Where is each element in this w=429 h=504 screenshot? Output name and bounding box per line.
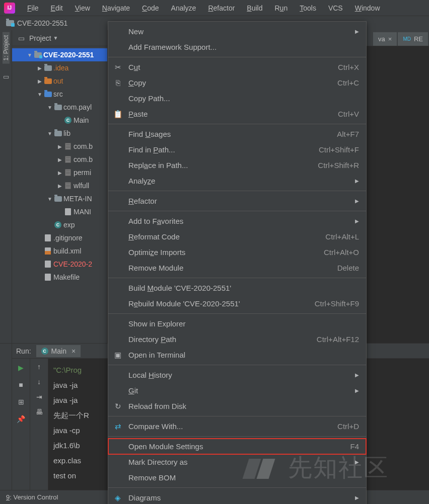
menu-window[interactable]: Window: [349, 2, 386, 14]
project-view-selector[interactable]: Project ▼: [29, 34, 58, 42]
menu-vcs[interactable]: VCS: [322, 2, 349, 14]
menu-find-usages[interactable]: Find UsagesAlt+F7: [108, 126, 366, 142]
class-icon: C: [54, 221, 61, 228]
separator: [108, 211, 366, 211]
run-tab[interactable]: CMain×: [36, 345, 81, 357]
separator: [108, 436, 366, 437]
menu-remove-bom[interactable]: Remove BOM: [108, 470, 366, 485]
menu-tools[interactable]: Tools: [294, 2, 322, 14]
menu-add-favorites[interactable]: Add to Favorites▶: [108, 213, 366, 229]
tree-idea[interactable]: ▶.idea: [12, 61, 107, 74]
file-icon: [45, 274, 51, 281]
jar-icon: [65, 156, 71, 163]
menu-reformat[interactable]: Reformat CodeCtrl+Alt+L: [108, 229, 366, 244]
menu-local-history[interactable]: Local History▶: [108, 367, 366, 383]
diagram-icon: ◈: [113, 493, 122, 502]
expand-icon[interactable]: ▭: [16, 33, 26, 43]
paste-icon: 📋: [113, 110, 122, 119]
menu-directory-path[interactable]: Directory PathCtrl+Alt+F12: [108, 331, 366, 347]
menu-refactor[interactable]: Refactor▶: [108, 193, 366, 209]
menu-navigate[interactable]: Navigate: [96, 2, 136, 14]
wrap-button[interactable]: ⇥: [36, 393, 42, 401]
menu-build-module[interactable]: Build Module 'CVE-2020-2551': [108, 280, 366, 296]
submenu-arrow-icon: ▶: [355, 198, 359, 204]
tree-makefile[interactable]: Makefile: [12, 271, 107, 284]
tree-buildxml[interactable]: build.xml: [12, 244, 107, 258]
menu-analyze[interactable]: Analyze▶: [108, 173, 366, 189]
layout-button[interactable]: ⊞: [16, 397, 26, 407]
menu-refactor[interactable]: Refactor: [202, 2, 241, 14]
reload-icon: ↻: [113, 402, 122, 411]
down-button[interactable]: ↓: [37, 378, 41, 386]
print-button[interactable]: 🖶: [36, 408, 43, 416]
tree-src[interactable]: ▼src: [12, 88, 107, 101]
menu-new[interactable]: New▶: [108, 24, 366, 39]
run-toolbar: ▶ ■ ⊞ 📌: [12, 344, 30, 490]
separator: [108, 416, 366, 416]
tree-lib[interactable]: ▼lib: [12, 127, 107, 140]
submenu-arrow-icon: ▶: [355, 372, 359, 378]
menu-copy-path[interactable]: Copy Path...: [108, 91, 366, 106]
breadcrumb-project[interactable]: CVE-2020-2551: [17, 19, 67, 27]
menu-file[interactable]: File: [21, 2, 45, 14]
close-icon[interactable]: ×: [72, 347, 76, 355]
editor-tab-readme[interactable]: MDRE: [398, 32, 428, 46]
submenu-arrow-icon: ▶: [355, 29, 359, 34]
menu-rebuild-module[interactable]: Rebuild Module 'CVE-2020-2551'Ctrl+Shift…: [108, 296, 366, 311]
file-icon: [45, 261, 51, 268]
tree-iml[interactable]: CVE-2020-2: [12, 258, 107, 271]
folder-icon[interactable]: ▭: [3, 73, 9, 80]
menu-compare[interactable]: ⇄Compare With...Ctrl+D: [108, 418, 366, 434]
folder-icon: [6, 20, 14, 26]
toolwindow-project[interactable]: 1: Project: [3, 32, 10, 64]
toolwindow-vcs[interactable]: 9: Version Control: [6, 493, 58, 501]
menu-cut[interactable]: ✂CutCtrl+X: [108, 59, 366, 75]
tree-root[interactable]: ▼CVE-2020-2551: [12, 48, 107, 61]
project-panel-header: ▭ Project ▼: [12, 30, 107, 46]
menu-run[interactable]: Run: [268, 2, 294, 14]
app-logo-icon: IJ: [4, 3, 15, 14]
menu-diagrams[interactable]: ◈Diagrams▶: [108, 490, 366, 504]
tree-out[interactable]: ▶out: [12, 74, 107, 88]
tree-exp[interactable]: Cexp: [12, 218, 107, 231]
separator: [108, 278, 366, 278]
separator: [108, 313, 366, 314]
menu-build[interactable]: Build: [241, 2, 268, 14]
run-button[interactable]: ▶: [16, 363, 26, 373]
menu-open-terminal[interactable]: ▣Open in Terminal: [108, 347, 366, 363]
tree-jar1[interactable]: ▶com.b: [12, 140, 107, 153]
menu-paste[interactable]: 📋PasteCtrl+V: [108, 106, 366, 122]
tree-jar2[interactable]: ▶com.b: [12, 153, 107, 166]
menu-open-module-settings[interactable]: Open Module SettingsF4: [108, 439, 366, 454]
menu-analyze[interactable]: Analyze: [165, 2, 202, 14]
tree-manifest[interactable]: MANI: [12, 205, 107, 218]
submenu-arrow-icon: ▶: [355, 178, 359, 184]
menu-mark-directory[interactable]: Mark Directory as▶: [108, 454, 366, 470]
jar-icon: [65, 182, 71, 189]
menu-optimize[interactable]: Optimize ImportsCtrl+Alt+O: [108, 244, 366, 260]
menu-show-explorer[interactable]: Show in Explorer: [108, 316, 366, 331]
menu-reload-disk[interactable]: ↻Reload from Disk: [108, 398, 366, 414]
tree-jar3[interactable]: ▶permi: [12, 166, 107, 179]
jar-icon: [65, 143, 71, 150]
menu-find-in-path[interactable]: Find in Path...Ctrl+Shift+F: [108, 142, 366, 157]
menu-view[interactable]: View: [69, 2, 96, 14]
editor-tab-java[interactable]: va×: [373, 32, 397, 46]
menu-edit[interactable]: Edit: [45, 2, 69, 14]
menu-add-framework[interactable]: Add Framework Support...: [108, 39, 366, 55]
menu-code[interactable]: Code: [136, 2, 165, 14]
tree-main[interactable]: CMain: [12, 114, 107, 127]
stop-button[interactable]: ■: [16, 380, 26, 390]
compare-icon: ⇄: [113, 422, 122, 431]
menu-replace-in-path[interactable]: Replace in Path...Ctrl+Shift+R: [108, 157, 366, 173]
menu-copy[interactable]: ⎘CopyCtrl+C: [108, 75, 366, 91]
pin-button[interactable]: 📌: [16, 414, 26, 424]
tree-package[interactable]: ▼com.payl: [12, 101, 107, 114]
tree-metainf[interactable]: ▼META-IN: [12, 192, 107, 205]
menu-git[interactable]: Git▶: [108, 383, 366, 398]
menu-remove-module[interactable]: Remove ModuleDelete: [108, 260, 366, 276]
up-button[interactable]: ↑: [37, 363, 41, 371]
tree-gitignore[interactable]: .gitignore: [12, 231, 107, 244]
tree-jar4[interactable]: ▶wlfull: [12, 179, 107, 192]
close-icon[interactable]: ×: [388, 35, 392, 43]
